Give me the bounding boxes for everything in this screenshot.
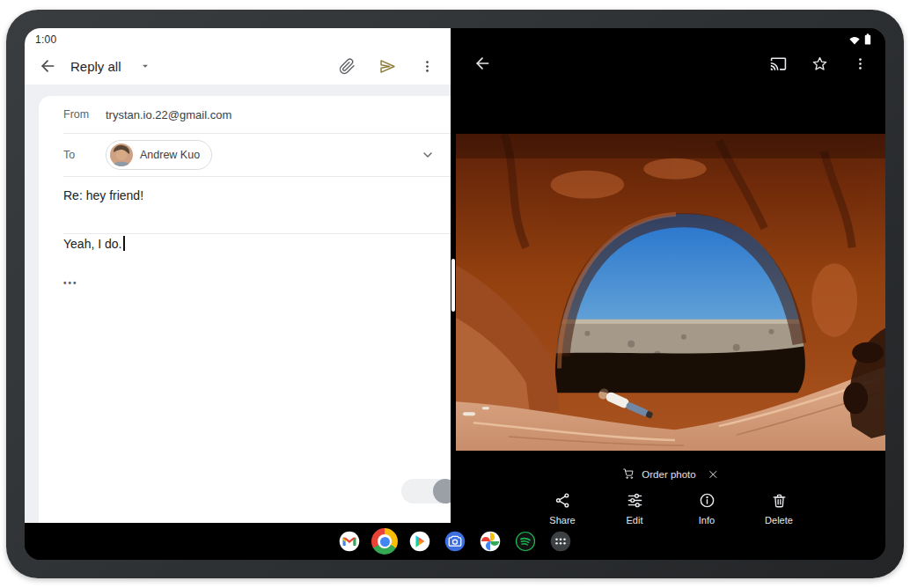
edit-label: Edit — [627, 515, 643, 526]
tablet-device-frame: 1:00 Reply all — [6, 10, 904, 578]
from-email: trystan.io.22@gmail.com — [106, 108, 231, 121]
subject-field[interactable]: Re: hey friend! — [63, 177, 451, 214]
body-text: Yeah, I do. — [63, 237, 121, 251]
delete-button[interactable]: Delete — [763, 492, 795, 526]
text-cursor — [123, 236, 125, 251]
edit-adjustments-icon — [627, 492, 643, 511]
gmail-app-pane: 1:00 Reply all — [25, 28, 451, 523]
compose-card: From trystan.io.22@gmail.com To Andrew K… — [39, 96, 451, 523]
share-button[interactable]: Share — [547, 492, 578, 526]
delete-icon — [771, 492, 788, 511]
reply-mode-dropdown-icon[interactable] — [139, 60, 151, 72]
photo-action-bar: Share Edit Info — [456, 492, 885, 526]
star-icon[interactable] — [811, 55, 828, 72]
info-button[interactable]: Info — [691, 492, 723, 526]
cart-icon — [622, 467, 635, 481]
share-label: Share — [549, 515, 575, 526]
status-clock: 1:00 — [35, 33, 57, 46]
compose-toolbar — [339, 57, 435, 76]
reply-mode-title: Reply all — [70, 59, 121, 74]
from-field[interactable]: From trystan.io.22@gmail.com — [63, 96, 451, 133]
recipient-name: Andrew Kuo — [140, 149, 200, 161]
avatar — [110, 143, 133, 166]
edit-button[interactable]: Edit — [619, 492, 650, 526]
close-icon[interactable] — [708, 469, 719, 480]
app-chrome[interactable] — [371, 528, 398, 555]
quoted-text-toggle[interactable]: ••• — [39, 278, 78, 288]
photo-arch-image[interactable] — [456, 134, 885, 451]
tablet-screen: 1:00 Reply all — [25, 28, 885, 560]
app-camera[interactable] — [442, 528, 468, 555]
page-background: 1:00 Reply all — [0, 0, 910, 588]
share-icon — [554, 492, 571, 511]
more-vert-icon[interactable] — [420, 59, 435, 74]
cast-icon[interactable] — [770, 55, 787, 72]
app-gmail[interactable] — [336, 528, 363, 555]
chevron-down-icon[interactable] — [421, 148, 435, 162]
photos-app-pane: Order photo Share Edit — [456, 28, 885, 523]
more-vert-icon[interactable] — [853, 56, 868, 71]
taskbar — [25, 523, 885, 560]
status-bar-left: 1:00 — [25, 28, 451, 48]
app-play-store[interactable] — [407, 528, 433, 555]
photos-toolbar — [456, 46, 885, 81]
delete-label: Delete — [765, 515, 793, 526]
app-photos[interactable] — [477, 528, 503, 555]
body-field[interactable]: Yeah, I do. — [39, 222, 451, 251]
order-photo-label: Order photo — [642, 469, 695, 480]
to-field[interactable]: To Andrew Kuo — [63, 134, 451, 176]
app-drawer-grid-icon[interactable] — [547, 528, 574, 555]
pill-knob — [433, 479, 451, 503]
recipient-chip[interactable]: Andrew Kuo — [106, 140, 212, 170]
gmail-compose-header: Reply all — [25, 48, 451, 85]
info-icon — [699, 492, 716, 511]
split-screen-content: 1:00 Reply all — [25, 28, 885, 523]
back-icon[interactable] — [473, 55, 491, 72]
from-label: From — [63, 108, 106, 121]
back-icon[interactable] — [39, 57, 56, 75]
subject-text: Re: hey friend! — [63, 188, 143, 202]
order-photo-chip[interactable]: Order photo — [622, 467, 718, 481]
split-divider-handle[interactable] — [451, 259, 455, 312]
app-spotify[interactable] — [512, 528, 539, 555]
send-icon[interactable] — [378, 57, 397, 76]
to-label: To — [63, 149, 106, 161]
floating-pill — [401, 479, 451, 503]
attach-icon[interactable] — [339, 58, 356, 75]
info-label: Info — [699, 515, 715, 526]
compose-background: From trystan.io.22@gmail.com To Andrew K… — [25, 85, 451, 523]
